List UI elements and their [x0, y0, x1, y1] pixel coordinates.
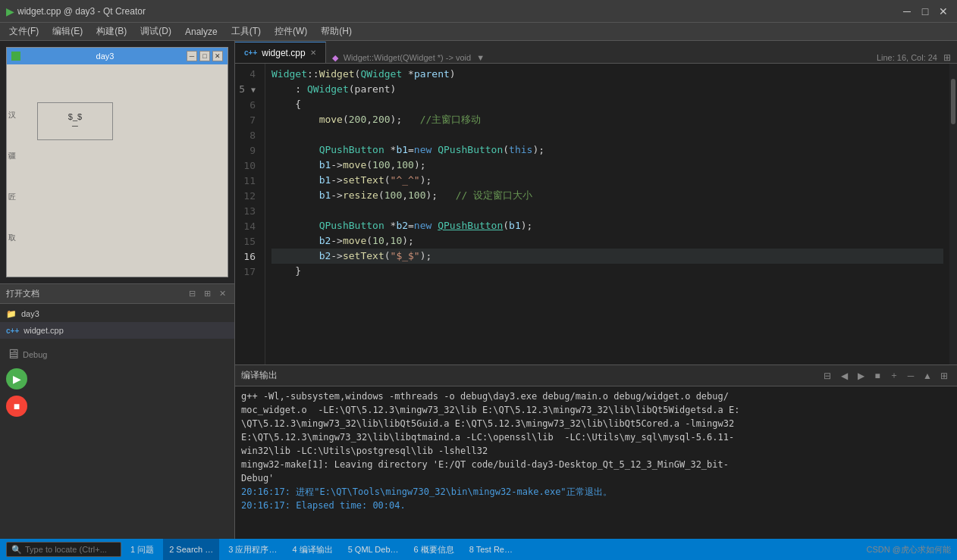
preview-content: 汉 疆 匠 取 $_$ ─: [7, 64, 227, 277]
code-line-15: b2->move(10,10);: [271, 233, 943, 249]
monitor-icon: 🖥: [6, 346, 20, 362]
menu-help[interactable]: 帮助(H): [315, 23, 358, 39]
chevron-down-icon: ▼: [476, 53, 485, 62]
output-minus-btn[interactable]: ─: [904, 369, 918, 383]
code-line-6: {: [271, 97, 943, 112]
preview-icon: [11, 52, 20, 61]
close-button[interactable]: ✕: [936, 4, 951, 19]
scroll-thumb[interactable]: [951, 79, 955, 124]
code-line-4: Widget::Widget(QWidget *parent): [271, 67, 943, 82]
ln-13: 13: [235, 204, 259, 219]
output-float-btn[interactable]: ⊞: [937, 369, 951, 383]
status-bar: 🔍 1 问题 2 Search … 3 应用程序… 4 编译输出 5 QML D…: [0, 539, 957, 560]
status-tab-qml[interactable]: 5 QML Deb…: [342, 539, 405, 560]
output-line-6: mingw32-make[1]: Leaving directory 'E:/Q…: [241, 458, 951, 471]
code-editor[interactable]: 4 5 ▼ 6 7 8 9 10 11 12 13 14 15 16 17 Wi…: [235, 64, 957, 364]
menu-edit[interactable]: 编辑(E): [46, 23, 89, 39]
output-line-1: g++ -Wl,-subsystem,windows -mthreads -o …: [241, 389, 951, 403]
open-docs-panel: 打开文档 ⊟ ⊞ ✕ 📁 day3 c++ widget.cpp: [0, 283, 234, 539]
editor-scrollbar[interactable]: [949, 64, 957, 364]
output-title: 编译输出: [241, 369, 278, 382]
ln-6: 6: [235, 98, 259, 113]
status-tab-app[interactable]: 3 应用程序…: [222, 539, 283, 560]
search-input[interactable]: [25, 545, 116, 554]
watermark: CSDN @虎心求如何能: [867, 544, 951, 555]
search-icon: 🔍: [11, 545, 22, 555]
open-docs-ctrl2[interactable]: ⊞: [201, 288, 213, 300]
code-line-11: b1->setText("^_^");: [271, 173, 943, 188]
file-icon-cpp: c++: [6, 327, 19, 335]
tab-file-icon: c++: [244, 48, 257, 57]
ln-7: 7: [235, 113, 259, 128]
stop-button[interactable]: ■: [6, 396, 27, 417]
debug-text: Debug: [23, 350, 47, 359]
code-content[interactable]: Widget::Widget(QWidget *parent) : QWidge…: [265, 64, 949, 364]
file-name-widget: widget.cpp: [24, 326, 64, 335]
menu-controls[interactable]: 控件(W): [268, 23, 313, 39]
code-line-8: [271, 127, 943, 142]
code-line-14: QPushButton *b2=new QPushButton(b1);: [271, 218, 943, 233]
preview-minimize[interactable]: ─: [187, 51, 197, 61]
file-item-day3[interactable]: 📁 day3: [0, 305, 234, 322]
code-line-10: b1->move(100,100);: [271, 158, 943, 173]
preview-maximize[interactable]: □: [199, 51, 210, 61]
ln-16: 16: [235, 249, 259, 264]
preview-title: day3: [96, 52, 115, 61]
preview-close[interactable]: ✕: [212, 51, 223, 61]
ln-11: 11: [235, 174, 259, 189]
ln-8: 8: [235, 128, 259, 143]
label-jiang2: 匠: [8, 192, 16, 202]
preview-button[interactable]: $_$ ─: [37, 102, 113, 140]
status-search-box[interactable]: 🔍: [6, 542, 121, 557]
output-line-5: win32\lib -LC:\Utils\postgresql\lib -lsh…: [241, 444, 951, 458]
ln-17: 17: [235, 264, 259, 280]
status-left: 🔍 1 问题 2 Search … 3 应用程序… 4 编译输出 5 QML D…: [6, 539, 519, 560]
tab-bar: c++ widget.cpp ✕ ◆ Widget::Widget(QWidge…: [235, 41, 957, 64]
menu-tools[interactable]: 工具(T): [225, 23, 267, 39]
app-icon: ▶: [6, 5, 14, 17]
ln-15: 15: [235, 234, 259, 249]
output-expand-btn[interactable]: ▲: [921, 369, 934, 383]
output-add-btn[interactable]: ＋: [887, 369, 901, 383]
left-panel: day3 ─ □ ✕ 汉 疆 匠 取 $_$ ─: [0, 41, 235, 539]
code-token: Widget: [271, 67, 307, 82]
output-copy-btn[interactable]: ⊟: [821, 369, 834, 383]
open-docs-ctrl3[interactable]: ✕: [216, 288, 228, 300]
output-line-7: Debug': [241, 471, 951, 485]
menu-file[interactable]: 文件(F): [3, 23, 45, 39]
status-tab-output[interactable]: 4 编译输出: [286, 539, 338, 560]
output-prev-btn[interactable]: ◀: [837, 369, 851, 383]
status-tab-problems[interactable]: 1 问题: [124, 539, 160, 560]
label-jiang: 疆: [8, 151, 16, 161]
output-stop-btn[interactable]: ■: [871, 369, 884, 383]
output-next-btn[interactable]: ▶: [854, 369, 868, 383]
menu-build[interactable]: 构建(B): [90, 23, 133, 39]
menu-debug[interactable]: 调试(D): [134, 23, 177, 39]
minimize-button[interactable]: ─: [899, 4, 915, 19]
preview-title-controls: ─ □ ✕: [187, 51, 223, 61]
ln-4: 4: [235, 67, 259, 82]
status-tab-overview[interactable]: 6 概要信息: [408, 539, 460, 560]
preview-side-labels: 汉 疆 匠 取: [8, 110, 16, 243]
menu-analyze[interactable]: Analyze: [179, 25, 224, 39]
file-item-widget[interactable]: c++ widget.cpp: [0, 322, 234, 339]
code-line-12: b1->resize(100,100); // 设定窗口大小: [271, 188, 943, 203]
diamond-icon: ◆: [332, 53, 338, 62]
ln-9: 9: [235, 143, 259, 158]
tab-function-selector[interactable]: ◆ Widget::Widget(QWidget *) -> void ▼: [332, 53, 485, 63]
debug-area: 🖥 Debug ▶ ■: [0, 340, 234, 423]
tab-func-name: Widget::Widget(QWidget *) -> void: [344, 53, 471, 62]
output-line-3: \QT\5.12.3\mingw73_32\lib\libQt5Guid.a E…: [241, 417, 951, 430]
tab-close-button[interactable]: ✕: [310, 48, 316, 57]
title-bar: ▶ widget.cpp @ day3 - Qt Creator ─ □ ✕: [0, 0, 957, 23]
run-button[interactable]: ▶: [6, 368, 27, 389]
maximize-button[interactable]: □: [918, 4, 933, 19]
code-line-17: }: [271, 264, 943, 279]
tab-widget-cpp[interactable]: c++ widget.cpp ✕: [235, 42, 326, 63]
preview-window: day3 ─ □ ✕ 汉 疆 匠 取 $_$ ─: [6, 47, 228, 277]
status-tab-test[interactable]: 8 Test Re…: [463, 539, 519, 560]
open-docs-ctrl1[interactable]: ⊟: [186, 288, 198, 300]
output-success-1: 20:16:17: 进程"E:\QT\Tools\mingw730_32\bin…: [241, 485, 951, 499]
expand-icon[interactable]: ⊞: [943, 52, 951, 63]
status-tab-search[interactable]: 2 Search …: [163, 539, 219, 560]
